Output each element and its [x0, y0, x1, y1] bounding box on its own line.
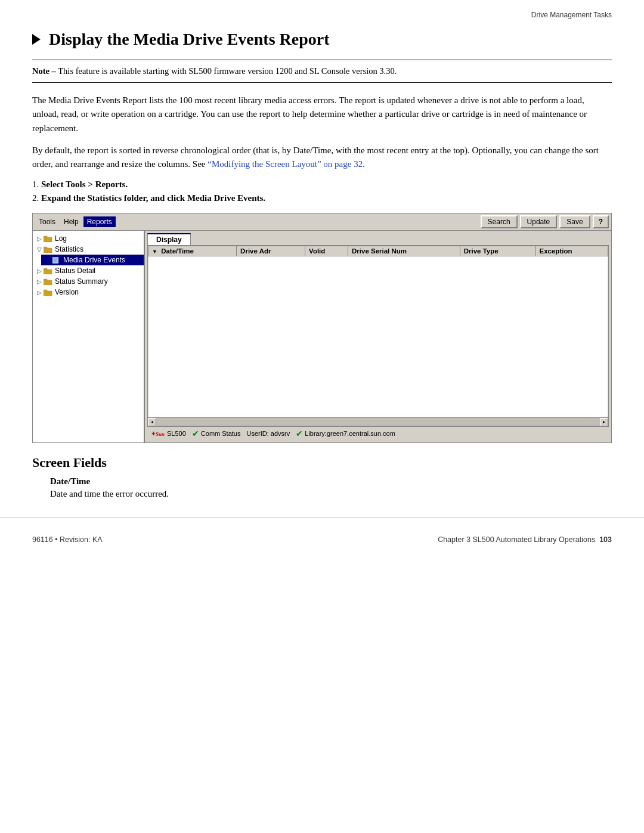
tree-item-log[interactable]: ▷ Log	[33, 233, 144, 244]
menu-reports[interactable]: Reports	[83, 216, 116, 227]
field-datetime-desc: Date and time the error occurred.	[50, 489, 612, 499]
scroll-track[interactable]	[156, 418, 600, 426]
layout-link[interactable]: “Modifying the Screen Layout” on page 32	[208, 159, 363, 169]
comm-status-item: ✔ Comm Status	[192, 429, 241, 438]
events-table: ▼ Date/Time Drive Adr Volid Drive Serial…	[148, 246, 608, 417]
tree-panel: ▷ Log ▽	[33, 231, 145, 442]
main-panel: Display ▼ Date/Time Drive Adr V	[145, 231, 611, 442]
help-button[interactable]: ?	[593, 215, 609, 228]
svg-rect-4	[52, 257, 58, 264]
comm-status-label: Comm Status	[201, 430, 241, 437]
step-2: 2. Expand the Statistics folder, and cli…	[32, 193, 612, 203]
svg-rect-11	[44, 279, 47, 281]
screen-fields-heading: Screen Fields	[32, 455, 612, 470]
tree-label-statistics: Statistics	[55, 245, 83, 253]
horizontal-scrollbar[interactable]: ◂ ▸	[148, 417, 608, 426]
page-number: 103	[599, 535, 612, 544]
col-drive-adr[interactable]: Drive Adr	[237, 246, 305, 256]
user-id-item: UserID: advsrv	[246, 430, 290, 437]
scroll-left-arrow[interactable]: ◂	[148, 418, 156, 426]
svg-rect-1	[44, 236, 47, 238]
col-type[interactable]: Drive Type	[460, 246, 535, 256]
sort-arrow-icon: ▼	[152, 249, 157, 255]
library-item: ✔ Library:green7.central.sun.com	[296, 429, 395, 438]
expand-log-icon: ▷	[35, 236, 44, 242]
folder-log-icon	[44, 235, 53, 242]
menu-left: Tools Help Reports	[35, 216, 116, 227]
expand-ver-icon: ▷	[35, 289, 44, 296]
tree-item-version[interactable]: ▷ Version	[33, 287, 144, 298]
app-menubar: Tools Help Reports Search Update Save ?	[33, 213, 611, 231]
app-window: Tools Help Reports Search Update Save ? …	[32, 213, 612, 443]
expand-ss-icon: ▷	[35, 278, 44, 285]
tree-label-log: Log	[55, 234, 67, 243]
svg-rect-9	[44, 268, 47, 270]
sun-icon: ✦Sun	[151, 431, 165, 437]
step-1: 1. Select Tools > Reports.	[32, 179, 612, 190]
save-button[interactable]: Save	[559, 215, 590, 228]
note-box: Note – This feature is available startin…	[32, 60, 612, 83]
chapter-header: Drive Management Tasks	[0, 0, 644, 19]
tree-label-status-summary: Status Summary	[55, 277, 108, 286]
col-serial[interactable]: Drive Serial Num	[348, 246, 460, 256]
tree-item-media-drive-events[interactable]: Media Drive Events	[41, 255, 144, 265]
menu-tools[interactable]: Tools	[35, 216, 59, 227]
tree-label-status-detail: Status Detail	[55, 267, 95, 275]
scroll-right-arrow[interactable]: ▸	[600, 418, 608, 426]
section-title: Display the Media Drive Events Report	[32, 30, 612, 49]
folder-ver-icon	[44, 289, 53, 296]
note-text: This feature is available starting with …	[58, 66, 397, 76]
user-id-label: UserID: advsrv	[246, 430, 290, 437]
library-check-icon: ✔	[296, 429, 303, 438]
page-footer: 96116 • Revision: KA Chapter 3 SL500 Aut…	[0, 517, 644, 555]
svg-rect-13	[44, 290, 47, 292]
note-label: Note –	[32, 66, 56, 76]
search-button[interactable]: Search	[481, 215, 518, 228]
steps-list: 1. Select Tools > Reports. 2. Expand the…	[32, 179, 612, 203]
tab-display[interactable]: Display	[147, 233, 191, 245]
section-triangle-icon	[32, 34, 41, 45]
expand-sd-icon: ▷	[35, 268, 44, 274]
library-label: Library:green7.central.sun.com	[305, 430, 395, 437]
footer-left: 96116 • Revision: KA	[32, 535, 103, 544]
menu-right: Search Update Save ?	[481, 215, 609, 228]
folder-sd-icon	[44, 267, 53, 274]
file-mde-icon	[52, 256, 61, 264]
footer-right: Chapter 3 SL500 Automated Library Operat…	[438, 535, 612, 544]
app-body: ▷ Log ▽	[33, 231, 611, 442]
expand-mde-icon	[44, 257, 52, 264]
tree-label-version: Version	[55, 288, 79, 296]
folder-stats-icon	[44, 246, 53, 253]
tree-item-status-summary[interactable]: ▷ Status Summary	[33, 276, 144, 287]
status-bar: ✦Sun SL500 ✔ Comm Status UserID: advsrv …	[147, 426, 609, 440]
paragraph-1: The Media Drive Events Report lists the …	[32, 94, 612, 135]
chapter-title: Drive Management Tasks	[531, 11, 612, 19]
tree-item-statistics[interactable]: ▽ Statistics	[33, 244, 144, 255]
table-area: ▼ Date/Time Drive Adr Volid Drive Serial…	[147, 245, 609, 426]
field-datetime-name: Date/Time	[50, 476, 612, 487]
tab-bar: Display	[147, 233, 609, 245]
update-button[interactable]: Update	[520, 215, 558, 228]
paragraph-2: By default, the report is sorted in reve…	[32, 144, 612, 172]
col-exception[interactable]: Exception	[535, 246, 608, 256]
expand-stats-icon: ▽	[35, 246, 44, 253]
device-name: SL500	[167, 430, 186, 437]
col-volid[interactable]: Volid	[305, 246, 348, 256]
menu-help[interactable]: Help	[60, 216, 82, 227]
svg-rect-3	[44, 247, 47, 249]
folder-ss-icon	[44, 278, 53, 285]
col-datetime[interactable]: ▼ Date/Time	[148, 246, 237, 256]
sun-logo-area: ✦Sun SL500	[151, 430, 186, 437]
comm-check-icon: ✔	[192, 429, 199, 438]
tree-item-status-detail[interactable]: ▷ Status Detail	[33, 265, 144, 276]
tree-label-mde: Media Drive Events	[63, 256, 125, 264]
table-row	[148, 256, 608, 417]
